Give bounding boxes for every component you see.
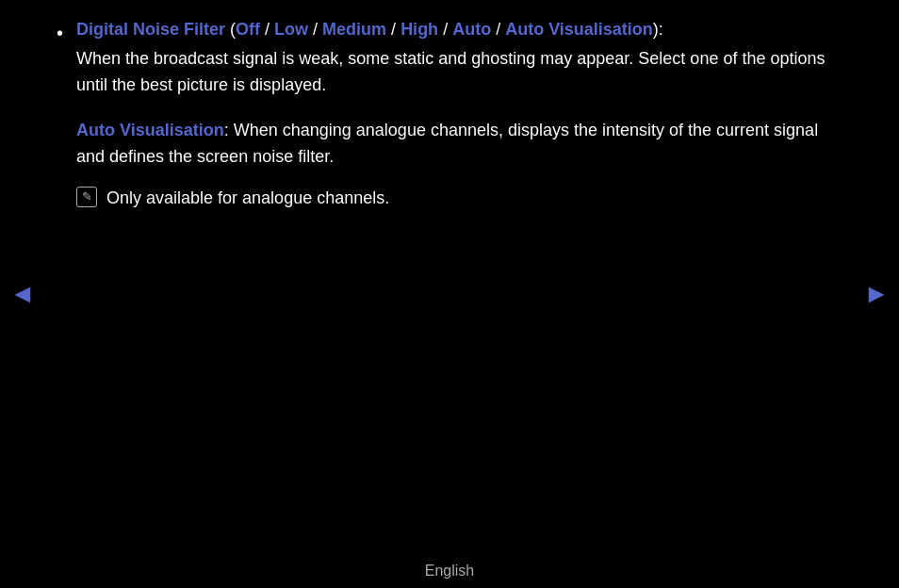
- slash2: /: [308, 20, 322, 39]
- auto-vis-label: Auto Visualisation: [76, 121, 224, 139]
- note-text: Only available for analogue channels.: [106, 186, 389, 211]
- option-off: Off: [236, 20, 260, 39]
- auto-vis-text: Auto Visualisation: When changing analog…: [76, 121, 818, 166]
- title-line: Digital Noise Filter (Off / Low / Medium…: [76, 17, 842, 42]
- slash3: /: [386, 20, 400, 39]
- feature-name: Digital Noise Filter: [76, 20, 225, 39]
- option-medium: Medium: [322, 20, 386, 39]
- auto-vis-section: Auto Visualisation: When changing analog…: [76, 118, 842, 171]
- nav-left-button[interactable]: ◄: [9, 274, 36, 314]
- option-high: High: [400, 20, 438, 39]
- note-icon: ✎: [76, 187, 97, 207]
- content-area: Digital Noise Filter (Off / Low / Medium…: [76, 17, 842, 211]
- option-auto: Auto: [452, 20, 491, 39]
- note-section: ✎ Only available for analogue channels.: [76, 186, 842, 211]
- bullet-point: •: [57, 19, 63, 47]
- nav-right-button[interactable]: ►: [863, 274, 890, 314]
- slash5: /: [491, 20, 505, 39]
- option-auto-vis: Auto Visualisation: [505, 20, 653, 39]
- footer: English: [0, 554, 899, 588]
- slash1: /: [260, 20, 274, 39]
- option-low: Low: [274, 20, 308, 39]
- footer-language: English: [425, 560, 474, 582]
- title-close: ):: [653, 20, 663, 39]
- slash4: /: [438, 20, 452, 39]
- description-text: When the broadcast signal is weak, some …: [76, 46, 842, 99]
- main-content: • Digital Noise Filter (Off / Low / Medi…: [0, 0, 899, 560]
